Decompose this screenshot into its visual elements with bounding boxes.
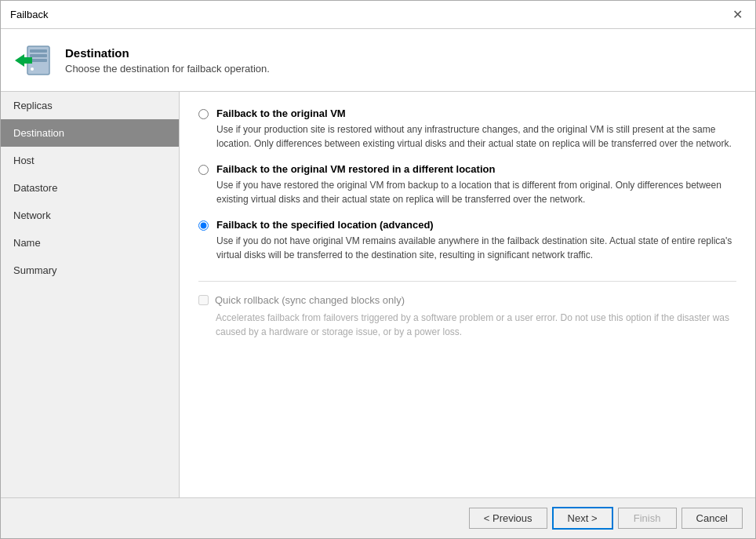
quick-rollback-text: Quick rollback (sync changed blocks only… (215, 294, 405, 306)
radio-text-specified_location: Failback to the specified location (adva… (216, 219, 736, 262)
close-button[interactable]: ✕ (729, 7, 746, 23)
content-area: Failback to the original VMUse if your p… (180, 92, 755, 497)
radio-text-original_vm: Failback to the original VMUse if your p… (216, 107, 736, 151)
radio-option-specified_location: Failback to the specified location (adva… (198, 219, 736, 262)
radio-options-container: Failback to the original VMUse if your p… (198, 107, 736, 262)
quick-rollback-description: Accelerates failback from failovers trig… (216, 311, 736, 339)
radio-title-original_vm: Failback to the original VM (216, 107, 736, 119)
cancel-button[interactable]: Cancel (681, 508, 743, 529)
radio-title-specified_location: Failback to the specified location (adva… (216, 219, 736, 231)
sidebar-item-host[interactable]: Host (1, 147, 179, 174)
quick-rollback-label: Quick rollback (sync changed blocks only… (198, 294, 736, 306)
header-title: Destination (65, 46, 270, 60)
header-description: Choose the destination for failback oper… (65, 63, 270, 75)
sidebar-item-replicas[interactable]: Replicas (1, 92, 179, 119)
sidebar-item-summary[interactable]: Summary (1, 257, 179, 284)
sidebar-item-destination[interactable]: Destination (1, 119, 179, 147)
radio-title-original_vm_different: Failback to the original VM restored in … (216, 163, 736, 175)
radio-input-specified_location[interactable] (198, 220, 209, 231)
svg-rect-2 (30, 54, 47, 57)
main-content: ReplicasDestinationHostDatastoreNetworkN… (1, 92, 755, 497)
svg-rect-1 (30, 49, 47, 53)
quick-rollback-checkbox[interactable] (198, 295, 209, 305)
finish-button[interactable]: Finish (618, 508, 677, 529)
header-icon (13, 40, 54, 81)
footer: < Previous Next > Finish Cancel (1, 497, 755, 538)
sidebar: ReplicasDestinationHostDatastoreNetworkN… (1, 92, 180, 497)
sidebar-item-name[interactable]: Name (1, 229, 179, 257)
previous-button[interactable]: < Previous (469, 508, 547, 529)
radio-text-original_vm_different: Failback to the original VM restored in … (216, 163, 736, 206)
radio-desc-original_vm: Use if your production site is restored … (216, 122, 736, 151)
header-text: Destination Choose the destination for f… (65, 46, 270, 75)
next-button[interactable]: Next > (552, 507, 613, 530)
dialog-title: Failback (10, 9, 48, 20)
radio-label-original_vm[interactable]: Failback to the original VMUse if your p… (198, 107, 736, 151)
radio-input-original_vm_different[interactable] (198, 165, 209, 175)
radio-input-original_vm[interactable] (198, 109, 209, 119)
svg-rect-3 (30, 59, 47, 62)
quick-rollback-section: Quick rollback (sync changed blocks only… (198, 281, 736, 339)
radio-label-specified_location[interactable]: Failback to the specified location (adva… (198, 219, 736, 262)
sidebar-item-network[interactable]: Network (1, 202, 179, 229)
title-bar: Failback ✕ (1, 1, 755, 29)
radio-desc-specified_location: Use if you do not have original VM remai… (216, 234, 736, 262)
radio-desc-original_vm_different: Use if you have restored the original VM… (216, 178, 736, 206)
radio-option-original_vm_different: Failback to the original VM restored in … (198, 163, 736, 206)
sidebar-item-datastore[interactable]: Datastore (1, 174, 179, 202)
failback-dialog: Failback ✕ Destination Choose the destin… (0, 0, 756, 539)
destination-icon (13, 40, 54, 81)
radio-option-original_vm: Failback to the original VMUse if your p… (198, 107, 736, 151)
radio-label-original_vm_different[interactable]: Failback to the original VM restored in … (198, 163, 736, 206)
header-panel: Destination Choose the destination for f… (1, 29, 755, 92)
svg-point-4 (31, 67, 34, 71)
